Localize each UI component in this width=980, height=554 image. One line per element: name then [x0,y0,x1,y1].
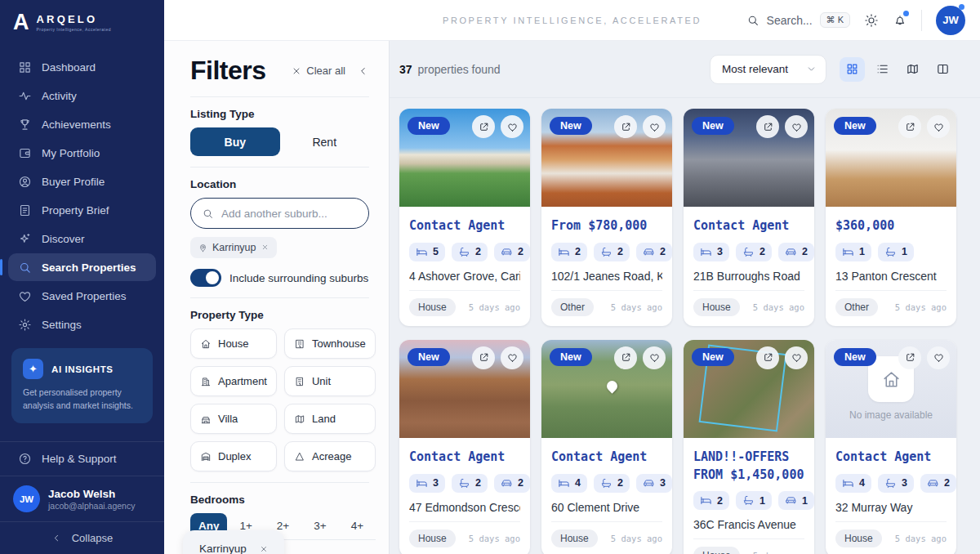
sidebar-item-my-portfolio[interactable]: My Portfolio [8,139,156,167]
favorite-button[interactable] [927,115,950,138]
favorite-button[interactable] [785,115,808,138]
cars-stat: 2 [636,243,672,261]
property-type-villa-button[interactable]: Villa [190,404,277,434]
sidebar-item-search-properties[interactable]: Search Properties [8,253,156,281]
collapse-filters-button[interactable] [358,65,369,77]
open-external-button[interactable] [472,346,495,369]
ai-insights-description: Get personalised property analysis and m… [23,386,141,413]
property-address: 21B Burroughs Road [693,270,804,283]
grid-view-button[interactable] [840,57,865,82]
suburb-search-field[interactable] [190,198,369,229]
favorite-button[interactable] [501,115,523,138]
close-icon[interactable] [260,545,268,553]
sidebar-item-property-brief[interactable]: Property Brief [8,196,156,224]
help-support-button[interactable]: Help & Support [0,441,164,476]
remove-suburb-icon[interactable] [261,242,269,253]
clear-all-button[interactable]: Clear all [292,65,345,77]
sidebar-item-saved-properties[interactable]: Saved Properties [8,282,156,310]
open-external-button[interactable] [756,115,779,138]
theme-toggle-button[interactable] [864,13,879,28]
suburb-chip-label: Karrinyup [212,242,256,253]
property-card[interactable]: New Contact Agent [399,109,530,326]
rent-option[interactable]: Rent [280,127,370,156]
property-card[interactable]: New No image available Cont [826,340,956,554]
villa-icon [200,413,212,425]
suburb-input[interactable] [221,208,358,220]
sidebar-item-dashboard[interactable]: Dashboard [8,53,156,81]
bedrooms-3plus-option[interactable]: 3+ [301,513,338,539]
global-search-button[interactable]: Search... ⌘ K [746,12,850,28]
bedrooms-4plus-option[interactable]: 4+ [339,513,376,539]
property-type-unit-button[interactable]: Unit [284,366,376,396]
sidebar-item-achievements[interactable]: Achievements [8,110,156,138]
heart-icon [791,352,802,363]
beds-stat: 4 [835,474,871,493]
document-icon [18,203,32,217]
open-external-button[interactable] [614,115,637,138]
property-stats: 2 1 1 [693,491,814,510]
unit-icon [294,376,305,387]
property-type-duplex-button[interactable]: Duplex [190,441,277,471]
beds-stat: 2 [551,243,587,261]
favorite-button[interactable] [927,346,950,369]
collapse-sidebar-button[interactable]: Collapse [0,521,164,554]
suburb-chip[interactable]: Karrinyup [190,237,277,258]
property-card[interactable]: New Contact Agent [399,340,530,554]
sidebar-item-discover[interactable]: Discover [8,225,156,252]
account-avatar-button[interactable]: JW [936,6,965,35]
open-external-button[interactable] [614,346,637,369]
property-photo: New [684,340,814,438]
map-view-button[interactable] [900,57,925,82]
triangle-icon [294,451,305,462]
open-external-button[interactable] [472,115,495,138]
user-profile[interactable]: JW Jacob Welsh jacob@alphaai.agency [0,476,164,521]
baths-stat: 1 [736,491,772,510]
sidebar-item-activity[interactable]: Activity [8,82,156,109]
open-external-button[interactable] [898,346,921,369]
new-badge: New [408,117,450,135]
property-price: Contact Agent [409,449,520,467]
external-link-icon [621,122,631,132]
car-icon [927,477,939,489]
property-card[interactable]: New Contact Agent [684,109,814,326]
favorite-button[interactable] [501,346,523,369]
property-card[interactable]: New Contact Agent [541,340,672,554]
notifications-button[interactable] [893,13,907,28]
sidebar-item-buyer-profile[interactable]: Buyer Profile [8,168,156,195]
beds-stat: 1 [835,243,871,261]
property-type-townhouse-button[interactable]: Townhouse [284,328,376,359]
property-type-house-button[interactable]: House [190,328,277,359]
sidebar-item-label: Activity [42,90,77,102]
property-type-apartment-button[interactable]: Apartment [190,366,277,396]
split-view-button[interactable] [930,57,956,82]
property-card[interactable]: New LAND!!-OFFERS FROM $1, [684,340,814,554]
buy-option[interactable]: Buy [190,127,280,156]
sort-select[interactable]: Most relevant [710,55,826,84]
sidebar-item-label: My Portfolio [42,147,100,159]
favorite-button[interactable] [643,346,666,369]
collapse-label: Collapse [72,532,114,544]
property-stats: 4 2 3 [551,474,672,493]
property-type-acreage-button[interactable]: Acreage [284,441,376,471]
sidebar-item-settings[interactable]: Settings [8,311,156,338]
property-card-footer: House 5 days ago [835,521,947,547]
property-photo: New No image available [826,340,956,438]
favorite-button[interactable] [785,346,808,369]
list-view-button[interactable] [870,57,895,82]
property-card-footer: Other 5 days ago [835,290,947,316]
property-card[interactable]: New $360,000 [826,109,956,326]
open-external-button[interactable] [898,115,921,138]
ai-insights-card[interactable]: ✦ AI INSIGHTS Get personalised property … [11,348,153,423]
ai-insights-title: AI INSIGHTS [51,364,114,374]
surrounding-suburbs-toggle[interactable] [190,269,221,287]
listing-age: 5 days ago [611,302,662,312]
heart-icon [933,352,944,363]
property-type-land-button[interactable]: Land [284,404,376,434]
baths-stat: 2 [594,474,630,493]
floating-suburb-chip[interactable]: Karrinyup [183,530,284,554]
car-icon [501,246,513,258]
favorite-button[interactable] [643,115,666,138]
open-external-button[interactable] [756,346,779,369]
cars-stat: 2 [494,474,530,493]
property-card[interactable]: New From $780,000 [541,109,672,326]
